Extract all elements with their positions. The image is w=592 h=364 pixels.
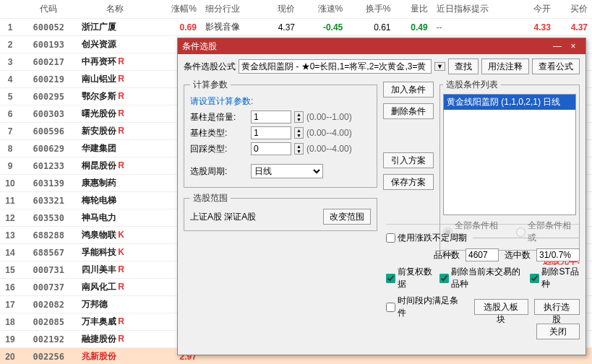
col-header[interactable]: 近日指标提示 [432,0,518,19]
cell-n: 18 [0,313,20,331]
cond-listbox[interactable]: 黄金线阳盖阴 (1,1,0,2,1) 日线 [443,94,576,215]
cb-st[interactable]: 剔除ST品种 [530,266,580,290]
condition-dialog: 条件选股 — × 条件选股公式 ▼ 查找 用法注释 查看公式 计算参数 请设置计… [177,38,586,355]
col-header[interactable]: 换手% [347,0,395,19]
cell-tip: -- [432,19,518,36]
cell-name: 曙光股份R [77,105,153,123]
hit-label: 选中数 [505,249,531,261]
scope-text: 上证A股 深证A股 [190,211,256,223]
close-button[interactable]: 关闭 [536,324,580,339]
cell-name: 南风化工R [77,279,153,296]
col-header[interactable]: 量比 [395,0,432,19]
hit-value [536,248,580,261]
count-value [466,248,499,261]
condlist-group: 选股条件列表 黄金线阳盖阴 (1,1,0,2,1) 日线 全部条件相与 全部条件… [439,79,580,251]
cell-code: 600629 [20,140,77,157]
p1-spinner[interactable]: ▲▼ [294,111,304,123]
cell-name: 融捷股份R [77,331,153,348]
p3-spinner[interactable]: ▲▼ [294,143,304,155]
cell-name: 中再资环R [77,53,153,71]
p3-label: 回踩类型: [190,143,248,155]
cell-code: 002082 [20,296,77,313]
find-button[interactable]: 查找 [448,58,479,74]
exec-button[interactable]: 执行选股 [534,299,580,315]
p1-label: 基柱是倍量: [190,111,248,124]
formula-label: 条件选股公式 [184,61,236,73]
cell-code: 601233 [20,157,77,175]
scope-legend: 选股范围 [190,192,231,204]
dropdown-icon[interactable]: ▼ [434,62,445,71]
cell-n: 1 [0,19,20,36]
cell-turn: 0.61 [347,19,395,36]
cell-vol: 0.49 [395,19,432,36]
period-label: 选股周期: [190,165,248,178]
p3-hint: (0.00--4.00) [306,144,352,154]
cond-item[interactable]: 黄金线阳盖阴 (1,1,0,2,1) 日线 [444,95,575,110]
cell-name: 华建集团 [77,140,153,157]
cell-bid: 4.37 [555,19,592,36]
cell-n: 8 [0,140,20,157]
cell-n: 7 [0,123,20,140]
table-row[interactable]: 1600052浙江广厦0.69影视音像4.37-0.450.610.49--4.… [0,19,592,36]
cell-code: 600596 [20,123,77,140]
cell-code: 600295 [20,88,77,105]
close-icon[interactable]: × [565,38,581,54]
params-group: 计算参数 请设置计算参数: 基柱是倍量: ▲▼ (0.00--1.00) 基柱类… [184,79,377,188]
cell-n: 17 [0,296,20,313]
p2-input[interactable] [251,126,291,139]
to-block-button[interactable]: 选股入板块 [474,299,528,315]
col-header[interactable] [0,0,20,19]
del-cond-button[interactable]: 删除条件 [383,103,434,119]
col-header[interactable]: 买价 [555,0,592,19]
save-plan-button[interactable]: 保存方案 [383,174,434,190]
cell-name: 康惠制药 [77,175,153,192]
cell-name: 鄂尔多斯R [77,88,153,105]
cell-name: 万邦德 [77,296,153,313]
change-scope-button[interactable]: 改变范围 [323,209,371,225]
cell-code: 600219 [20,71,77,88]
add-cond-button[interactable]: 加入条件 [383,82,434,98]
cb-time[interactable]: 时间段内满足条件 [386,295,463,319]
cell-n: 10 [0,175,20,192]
cell-name: 浙江广厦 [77,19,153,36]
cell-code: 600052 [20,19,77,36]
cb-range[interactable]: 使用涨跌不定周期 [386,232,467,244]
cell-name: 南山铝业R [77,71,153,88]
col-header[interactable]: 涨幅% [153,0,201,19]
formula-input[interactable] [239,59,432,74]
cell-n: 11 [0,192,20,209]
col-header[interactable]: 名称 [77,0,153,19]
cell-n: 5 [0,88,20,105]
p3-input[interactable] [251,142,291,155]
cell-code: 600217 [20,53,77,71]
dialog-titlebar[interactable]: 条件选股 — × [178,38,585,54]
radio-or[interactable]: 全部条件相或 [516,220,576,244]
col-header[interactable]: 今开 [518,0,555,19]
cell-code: 600303 [20,105,77,123]
usage-button[interactable]: 用法注释 [481,58,529,74]
cell-n: 15 [0,261,20,279]
cell-code: 603530 [20,209,77,227]
cell-code: 688567 [20,244,77,261]
cb-nt[interactable]: 剔除当前未交易的品种 [439,266,525,290]
col-header[interactable]: 细分行业 [201,0,262,19]
load-plan-button[interactable]: 引入方案 [383,152,434,168]
cell-name: 神马电力 [77,209,153,227]
col-header[interactable]: 代码 [20,0,77,19]
cell-n: 20 [0,348,20,365]
cell-code: 600193 [20,36,77,53]
cell-code: 000737 [20,279,77,296]
view-formula-button[interactable]: 查看公式 [532,58,580,74]
dialog-title: 条件选股 [182,38,549,54]
col-header[interactable]: 现价 [262,0,299,19]
col-header[interactable]: 涨速% [299,0,347,19]
cell-n: 6 [0,105,20,123]
scope-group: 选股范围 上证A股 深证A股 改变范围 [184,192,377,231]
cb-fq[interactable]: 前复权数据 [386,266,434,290]
cell-n: 13 [0,227,20,244]
p2-spinner[interactable]: ▲▼ [294,127,304,139]
minimize-icon[interactable]: — [549,38,565,54]
cell-name: 万丰奥威R [77,313,153,331]
p1-input[interactable] [251,110,291,124]
period-select[interactable]: 日线 [251,164,323,178]
